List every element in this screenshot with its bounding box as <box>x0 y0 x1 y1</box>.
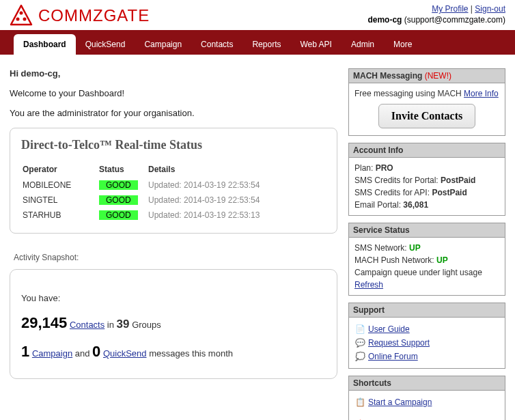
svg-point-1 <box>20 12 23 15</box>
you-have-text: You have: <box>21 293 326 303</box>
logo-icon <box>10 4 33 27</box>
header-email: (support@commzgate.com) <box>404 15 505 25</box>
tab-admin[interactable]: Admin <box>342 34 384 55</box>
tab-reports[interactable]: Reports <box>242 34 290 55</box>
sign-out-link[interactable]: Sign-out <box>475 4 505 14</box>
portal-credits-value: PostPaid <box>441 176 475 185</box>
activity-label: Activity Snapshot: <box>14 253 337 262</box>
support-box: Support 📄 User Guide 💬 Request Support 💭… <box>348 303 505 369</box>
start-campaign-link[interactable]: Start a Campaign <box>368 396 432 408</box>
mach-more-info-link[interactable]: More Info <box>464 89 499 98</box>
queue-status: Campaign queue under light usage <box>354 266 499 279</box>
plan-value: PRO <box>376 163 393 173</box>
service-head: Service Status <box>349 223 505 238</box>
status-badge: GOOD <box>99 210 138 220</box>
api-credits-value: PostPaid <box>432 188 467 197</box>
pdf-icon: 📄 <box>354 324 365 335</box>
tab-more[interactable]: More <box>384 34 421 55</box>
svg-point-3 <box>23 18 27 21</box>
email-portal-value: 36,081 <box>403 200 428 210</box>
support-icon: 💬 <box>354 337 365 348</box>
tab-quicksend[interactable]: QuickSend <box>76 34 135 55</box>
col-operator: Operator <box>23 165 98 177</box>
shortcuts-head: Shortcuts <box>349 376 505 391</box>
support-head: Support <box>349 303 505 318</box>
mach-box: MACH Messaging (NEW!) Free messaging usi… <box>348 68 505 136</box>
logo: COMMZGATE <box>10 4 150 27</box>
online-forum-link[interactable]: Online Forum <box>368 350 418 363</box>
new-badge: (NEW!) <box>425 71 451 81</box>
account-head: Account Info <box>349 143 505 158</box>
table-row: SINGTEL GOOD Updated: 2014-03-19 22:53:5… <box>23 193 324 207</box>
service-status-box: Service Status SMS Network: UP MACH Push… <box>348 223 505 296</box>
activity-snapshot-panel: You have: 29,145 Contacts in 39 Groups 1… <box>10 269 337 379</box>
col-details: Details <box>148 165 324 177</box>
user-guide-link[interactable]: User Guide <box>368 323 410 335</box>
refresh-link[interactable]: Refresh <box>354 280 383 290</box>
groups-count: 39 <box>117 318 130 331</box>
telco-title: Direct-to-Telco™ Real-time Status <box>21 138 326 152</box>
quicksend-count: 0 <box>92 343 100 360</box>
sms-network-status: UP <box>409 243 421 253</box>
quicksend-link[interactable]: QuickSend <box>103 348 147 359</box>
status-badge: GOOD <box>99 180 138 190</box>
svg-marker-0 <box>11 5 31 25</box>
shortcuts-box: Shortcuts 📋 Start a Campaign 📤 Upload Ne… <box>348 376 505 420</box>
mach-network-status: UP <box>436 255 448 265</box>
table-row: MOBILEONE GOOD Updated: 2014-03-19 22:53… <box>23 178 324 192</box>
account-info-box: Account Info Plan: PRO SMS Credits for P… <box>348 143 505 216</box>
brand-text: COMMZGATE <box>38 6 150 25</box>
greeting-admin: You are the administrator for your organ… <box>10 108 337 118</box>
contacts-link[interactable]: Contacts <box>70 320 105 330</box>
table-row: STARHUB GOOD Updated: 2014-03-19 22:53:1… <box>23 208 324 222</box>
campaign-link[interactable]: Campaign <box>32 348 72 359</box>
tab-contacts[interactable]: Contacts <box>191 34 242 55</box>
request-support-link[interactable]: Request Support <box>368 337 430 349</box>
col-status: Status <box>99 165 147 177</box>
greeting-welcome: Welcome to your Dashboard! <box>10 88 337 98</box>
forum-icon: 💭 <box>354 351 365 362</box>
telco-status-panel: Direct-to-Telco™ Real-time Status Operat… <box>10 128 337 234</box>
campaign-count: 1 <box>21 343 29 360</box>
svg-point-2 <box>16 18 20 21</box>
greeting-hi: Hi demo-cg, <box>10 68 337 79</box>
status-badge: GOOD <box>99 195 138 205</box>
invite-contacts-button[interactable]: Invite Contacts <box>378 104 475 128</box>
contacts-count: 29,145 <box>21 314 67 331</box>
tab-dashboard[interactable]: Dashboard <box>14 34 76 55</box>
tab-webapi[interactable]: Web API <box>290 34 341 55</box>
header-username: demo-cg <box>367 15 402 25</box>
mach-head: MACH Messaging <box>353 71 425 81</box>
my-profile-link[interactable]: My Profile <box>432 4 468 14</box>
main-navbar: Dashboard QuickSend Campaign Contacts Re… <box>0 30 515 55</box>
tab-campaign[interactable]: Campaign <box>135 34 191 55</box>
campaign-icon: 📋 <box>354 397 365 408</box>
